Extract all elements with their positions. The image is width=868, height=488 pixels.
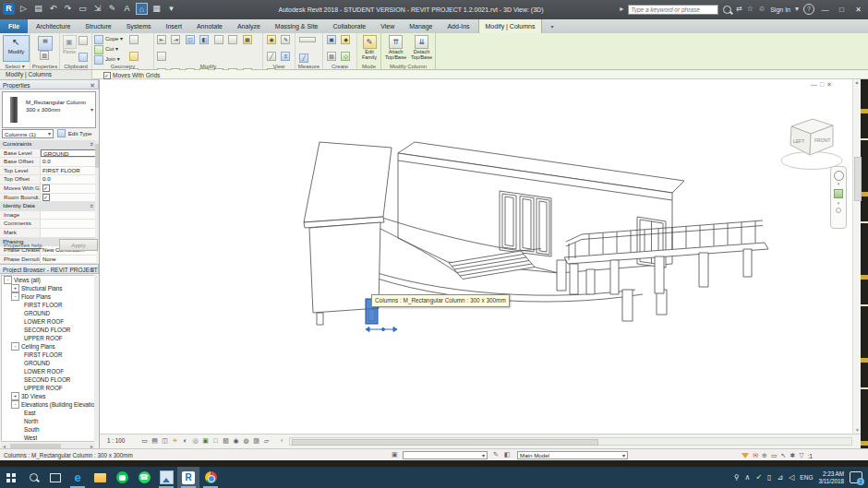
tree-item[interactable]: -Views (all) <box>2 276 94 284</box>
cut-to-clipboard-icon[interactable] <box>78 36 88 45</box>
tab-analyze[interactable]: Analyze <box>231 19 267 33</box>
tree-item[interactable]: LOWER ROOF <box>2 317 94 326</box>
visual-style-icon[interactable]: ◫ <box>161 436 169 445</box>
pan-zoom-icon[interactable] <box>834 189 843 198</box>
hscroll-left-icon[interactable]: ‹ <box>281 437 283 444</box>
horizontal-scrollbar[interactable] <box>289 437 852 446</box>
select-links-toggle-icon[interactable]: ✉ <box>753 451 758 460</box>
shadows-icon[interactable]: ◐ <box>181 436 189 445</box>
measure-between-icon[interactable]: ╱ <box>299 54 308 63</box>
modify-tool-button[interactable]: ↖ Modify <box>3 35 30 62</box>
tab-insert[interactable]: Insert <box>159 19 188 33</box>
tree-item[interactable]: West <box>2 434 94 442</box>
cart-icon[interactable]: ▾ <box>795 4 799 15</box>
zoom-dropdown-icon[interactable]: ▾ <box>831 201 846 206</box>
linework-icon[interactable]: ✎ <box>281 35 290 44</box>
tab-view[interactable]: View <box>374 19 401 33</box>
viewcube-left-face[interactable]: LEFT <box>793 138 804 144</box>
tab-architecture[interactable]: Architecture <box>30 19 77 33</box>
vscroll-thumb[interactable] <box>854 157 862 201</box>
property-row[interactable]: Room Boundi... <box>0 194 96 203</box>
taskbar-revit[interactable]: R <box>177 467 199 488</box>
property-row[interactable]: Image <box>0 211 96 220</box>
reveal-hidden-icon[interactable]: ◉ <box>267 35 276 44</box>
taskbar-chrome[interactable] <box>199 467 222 488</box>
property-row[interactable]: Comments <box>0 220 96 229</box>
panel-geometry-label[interactable]: Geometry <box>92 64 153 69</box>
tree-item[interactable]: FIRST FLOOR <box>2 301 94 309</box>
property-row[interactable]: Mark <box>0 229 96 238</box>
constraints-icon[interactable]: ▱ <box>262 436 271 445</box>
save-icon[interactable]: ▤ <box>32 3 44 15</box>
cut-profile-view-icon[interactable]: ╱ <box>267 52 276 61</box>
panel-view-label[interactable]: View <box>263 64 295 69</box>
view-close-icon[interactable]: ✕ <box>826 81 835 88</box>
create-parts-icon[interactable]: ▧ <box>327 52 336 61</box>
t ree-item[interactable]: LOWER ROOF <box>2 367 94 375</box>
show-crop-icon[interactable]: □ <box>211 436 220 445</box>
offset-icon[interactable]: ⇥ <box>171 35 180 44</box>
ruler-icon[interactable] <box>299 37 316 42</box>
restore-button[interactable]: □ <box>836 6 848 14</box>
filter-icon[interactable]: ▽ <box>799 451 803 460</box>
print-icon[interactable]: ▭ <box>77 3 89 15</box>
search-input[interactable] <box>628 5 718 15</box>
help-icon[interactable]: ? <box>803 4 814 15</box>
search-icon[interactable] <box>723 6 731 14</box>
wall-joins-icon[interactable] <box>129 52 139 61</box>
sign-in-link[interactable]: Sign In <box>770 6 790 13</box>
scroll-down-icon[interactable]: ▼ <box>855 427 860 433</box>
close-button[interactable]: ✕ <box>852 6 864 14</box>
select-by-face-icon[interactable]: ↖ <box>781 451 787 460</box>
tree-item[interactable]: North <box>2 417 94 425</box>
vertical-scrollbar[interactable]: ▲▼ <box>852 79 861 434</box>
project-browser-vscrollbar[interactable] <box>94 275 98 442</box>
pinned-tool-icon[interactable]: ⚲ <box>734 473 740 482</box>
tab-file[interactable]: File <box>0 19 28 33</box>
mirror-draw-icon[interactable]: ◧ <box>199 35 209 44</box>
measure-icon[interactable]: ⇲ <box>91 3 103 15</box>
design-options-combo[interactable]: Main Model ▾ <box>517 451 628 459</box>
rendering-icon[interactable]: ◎ <box>191 436 199 445</box>
view-range-icon[interactable]: ≡ <box>281 52 290 61</box>
expand-toggle[interactable]: - <box>4 276 12 284</box>
tree-item[interactable]: -Floor Plans <box>2 292 94 301</box>
split-gap-icon[interactable] <box>228 35 237 44</box>
tree-item[interactable]: +3D Views <box>2 392 94 400</box>
language-indicator[interactable]: ENG <box>800 474 813 481</box>
element-selector-combo[interactable]: Columns (1) ▾ <box>2 129 54 138</box>
tab-systems[interactable]: Systems <box>120 19 158 33</box>
create-group-icon[interactable]: ▣ <box>327 35 336 44</box>
edit-family-button[interactable]: ✎ Edit Family <box>358 35 380 61</box>
select-pinned-toggle-icon[interactable]: ▭ <box>771 451 778 460</box>
action-center-icon[interactable]: 2 <box>850 471 862 483</box>
redo-icon[interactable]: ↷ <box>62 3 74 15</box>
project-browser-close-icon[interactable]: ✕ <box>90 265 95 274</box>
hscroll-thumb[interactable] <box>292 439 598 446</box>
tree-item[interactable]: -Elevations (Building Elevation <box>2 400 94 409</box>
properties-header[interactable]: Properties ✕ <box>0 79 99 89</box>
property-row[interactable]: Base Offset0.0 <box>0 158 96 167</box>
tab-modify-columns[interactable]: Modify | Columns <box>478 19 543 33</box>
reveal-hidden-elements-icon[interactable]: ◍ <box>242 436 250 445</box>
revit-app-menu-icon[interactable]: R <box>3 3 15 15</box>
select-underlay-icon[interactable]: ⊕ <box>762 451 767 460</box>
tree-item[interactable]: FIRST FLOOR <box>2 351 94 359</box>
panel-modify-label[interactable]: Modify <box>154 64 262 69</box>
tab-structure[interactable]: Structure <box>78 19 117 33</box>
array-icon[interactable]: ▦ <box>243 35 252 44</box>
type-selector[interactable]: M_Rectangular Column 300 x 300mm ▾ <box>2 91 96 128</box>
tab-massing-site[interactable]: Massing & Site <box>269 19 325 33</box>
undo-icon[interactable]: ↶ <box>47 3 59 15</box>
exclude-options-icon[interactable] <box>741 453 749 458</box>
tree-item[interactable]: -Ceiling Plans <box>2 342 94 351</box>
panel-create-label[interactable]: Create <box>323 64 356 69</box>
property-row[interactable]: Moves With G... <box>0 184 96 194</box>
viewcube-front-face[interactable]: FRONT <box>814 137 830 143</box>
network-icon[interactable]: ⊿ <box>778 473 784 482</box>
scale-icon[interactable] <box>157 52 166 61</box>
room-bounding-checkbox[interactable] <box>42 194 50 201</box>
worksets-icon[interactable]: ▣ <box>392 450 398 459</box>
detach-top-base-button[interactable]: ⇊ Detach Top/Base <box>409 35 434 61</box>
project-browser-header[interactable]: Project Browser - REVIT PROJECT 1.2... ✕ <box>0 264 99 274</box>
